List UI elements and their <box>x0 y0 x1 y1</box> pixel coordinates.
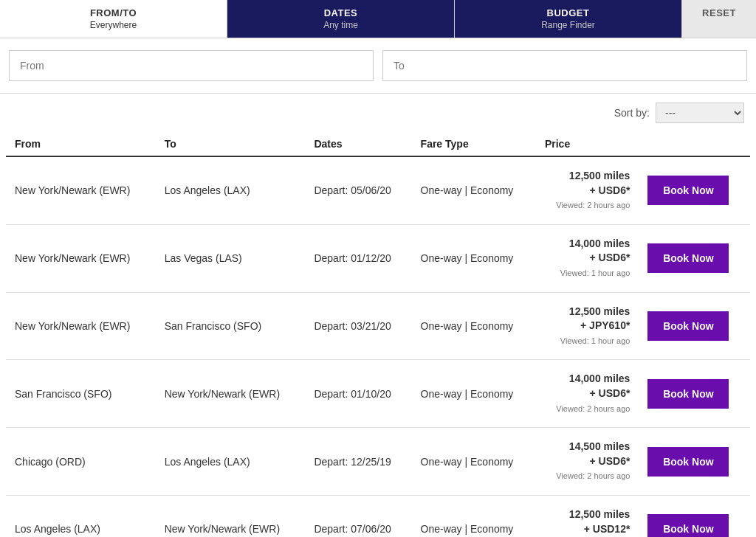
cell-from: Chicago (ORD) <box>6 428 156 496</box>
cell-price: 14,500 miles+ USD6* Viewed: 2 hours ago <box>536 428 639 496</box>
book-now-button[interactable]: Book Now <box>647 176 729 205</box>
table-row: Los Angeles (LAX) New York/Newark (EWR) … <box>6 495 750 537</box>
table-row: New York/Newark (EWR) San Francisco (SFO… <box>6 292 750 360</box>
nav-from-to[interactable]: FROM/TO Everywhere <box>0 0 227 38</box>
results-wrapper: From To Dates Fare Type Price New York/N… <box>0 132 756 537</box>
price-viewed: Viewed: 2 hours ago <box>556 404 630 413</box>
book-now-button[interactable]: Book Now <box>647 447 729 477</box>
table-body: New York/Newark (EWR) Los Angeles (LAX) … <box>6 156 750 537</box>
price-viewed: Viewed: 1 hour ago <box>560 268 630 277</box>
col-action <box>639 132 750 156</box>
cell-fare-type: One-way | Economy <box>412 156 536 224</box>
nav-budget-label: BUDGET <box>467 7 670 18</box>
table-header: From To Dates Fare Type Price <box>6 132 750 156</box>
cell-dates: Depart: 03/21/20 <box>305 292 411 360</box>
sort-select[interactable]: --- <box>656 103 744 123</box>
table-row: New York/Newark (EWR) Las Vegas (LAS) De… <box>6 224 750 292</box>
cell-price: 14,000 miles+ USD6* Viewed: 1 hour ago <box>536 224 639 292</box>
cell-dates: Depart: 12/25/19 <box>305 428 411 496</box>
cell-to: San Francisco (SFO) <box>156 292 306 360</box>
cell-from: New York/Newark (EWR) <box>6 292 156 360</box>
col-fare-type: Fare Type <box>412 132 536 156</box>
cell-book[interactable]: Book Now <box>639 156 750 224</box>
table-row: Chicago (ORD) Los Angeles (LAX) Depart: … <box>6 428 750 496</box>
cell-to: New York/Newark (EWR) <box>156 360 306 428</box>
cell-to: Los Angeles (LAX) <box>156 156 306 224</box>
cell-price: 12,500 miles+ USD6* Viewed: 2 hours ago <box>536 156 639 224</box>
nav-dates-label: DATES <box>239 7 442 18</box>
cell-dates: Depart: 05/06/20 <box>305 156 411 224</box>
nav-reset[interactable]: RESET <box>682 0 756 38</box>
nav-from-to-sublabel: Everywhere <box>12 20 215 30</box>
cell-from: San Francisco (SFO) <box>6 360 156 428</box>
cell-book[interactable]: Book Now <box>639 428 750 496</box>
search-bar <box>0 38 756 94</box>
nav-reset-label: RESET <box>694 7 744 18</box>
cell-book[interactable]: Book Now <box>639 495 750 537</box>
nav-from-to-label: FROM/TO <box>12 7 215 18</box>
cell-book[interactable]: Book Now <box>639 360 750 428</box>
col-from: From <box>6 132 156 156</box>
cell-to: Los Angeles (LAX) <box>156 428 306 496</box>
cell-price: 12,500 miles+ JPY610* Viewed: 1 hour ago <box>536 292 639 360</box>
cell-from: Los Angeles (LAX) <box>6 495 156 537</box>
nav-budget[interactable]: BUDGET Range Finder <box>455 0 682 38</box>
book-now-button[interactable]: Book Now <box>647 243 729 273</box>
cell-fare-type: One-way | Economy <box>412 224 536 292</box>
cell-dates: Depart: 01/10/20 <box>305 360 411 428</box>
cell-to: Las Vegas (LAS) <box>156 224 306 292</box>
table-row: New York/Newark (EWR) Los Angeles (LAX) … <box>6 156 750 224</box>
price-viewed: Viewed: 2 hours ago <box>556 201 630 209</box>
to-input[interactable] <box>382 50 747 81</box>
cell-price: 14,000 miles+ USD6* Viewed: 2 hours ago <box>536 360 639 428</box>
table-row: San Francisco (SFO) New York/Newark (EWR… <box>6 360 750 428</box>
cell-fare-type: One-way | Economy <box>412 360 536 428</box>
price-viewed: Viewed: 2 hours ago <box>556 471 630 480</box>
from-input[interactable] <box>9 50 374 81</box>
cell-from: New York/Newark (EWR) <box>6 156 156 224</box>
col-dates: Dates <box>305 132 411 156</box>
sort-bar: Sort by: --- <box>0 94 756 132</box>
sort-label: Sort by: <box>614 107 650 119</box>
cell-dates: Depart: 01/12/20 <box>305 224 411 292</box>
cell-book[interactable]: Book Now <box>639 224 750 292</box>
book-now-button[interactable]: Book Now <box>647 379 729 409</box>
cell-fare-type: One-way | Economy <box>412 428 536 496</box>
book-now-button[interactable]: Book Now <box>647 514 729 537</box>
nav-budget-sublabel: Range Finder <box>467 20 670 30</box>
cell-dates: Depart: 07/06/20 <box>305 495 411 537</box>
price-viewed: Viewed: 1 hour ago <box>560 336 630 345</box>
cell-from: New York/Newark (EWR) <box>6 224 156 292</box>
book-now-button[interactable]: Book Now <box>647 311 729 341</box>
cell-fare-type: One-way | Economy <box>412 495 536 537</box>
cell-price: 12,500 miles+ USD12* Viewed: 2 hours ago <box>536 495 639 537</box>
col-to: To <box>156 132 306 156</box>
cell-book[interactable]: Book Now <box>639 292 750 360</box>
nav-dates-sublabel: Any time <box>239 20 442 30</box>
nav-dates[interactable]: DATES Any time <box>227 0 455 38</box>
results-table: From To Dates Fare Type Price New York/N… <box>6 132 750 537</box>
cell-fare-type: One-way | Economy <box>412 292 536 360</box>
col-price: Price <box>536 132 639 156</box>
cell-to: New York/Newark (EWR) <box>156 495 306 537</box>
top-nav: FROM/TO Everywhere DATES Any time BUDGET… <box>0 0 756 38</box>
